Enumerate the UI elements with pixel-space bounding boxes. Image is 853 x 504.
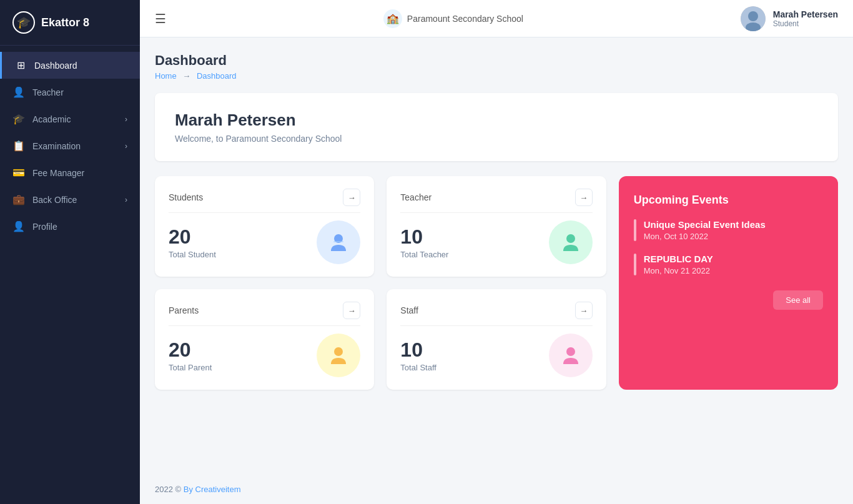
footer-link[interactable]: By Creativeitem bbox=[184, 485, 241, 494]
profile-nav-icon: 👤 bbox=[12, 220, 25, 232]
event-date: Mon, Oct 10 2022 bbox=[644, 232, 766, 241]
stat-icon-circle bbox=[317, 220, 360, 264]
stat-card-body: 20 Total Student bbox=[169, 220, 360, 264]
content-area: Dashboard Home → Dashboard Marah Peterse… bbox=[140, 37, 853, 475]
svg-point-5 bbox=[566, 234, 575, 243]
breadcrumb-home[interactable]: Home bbox=[155, 71, 177, 81]
svg-point-7 bbox=[566, 347, 575, 356]
header-right: Marah Petersen Student bbox=[741, 6, 838, 31]
event-details: REPUBLIC DAY Mon, Nov 21 2022 bbox=[644, 254, 713, 275]
stat-numbers: 10 Total Staff bbox=[400, 338, 436, 372]
stat-card-body: 10 Total Staff bbox=[400, 334, 592, 377]
events-title: Upcoming Events bbox=[634, 194, 823, 207]
event-name: Unique Special Event Ideas bbox=[644, 219, 766, 230]
stat-icon-circle bbox=[549, 220, 593, 264]
stat-icon-circle bbox=[317, 334, 360, 377]
main-area: ☰ 🏫 Paramount Secondary School Marah Pet… bbox=[140, 0, 853, 504]
stat-label: Total Student bbox=[169, 250, 216, 259]
stat-card-body: 20 Total Parent bbox=[169, 334, 360, 377]
stat-title: Students bbox=[169, 192, 203, 202]
page-title: Dashboard bbox=[155, 52, 838, 69]
user-role: Student bbox=[773, 19, 838, 28]
event-name: REPUBLIC DAY bbox=[644, 254, 713, 264]
page-title-section: Dashboard Home → Dashboard bbox=[155, 52, 838, 81]
stat-card-header: Staff → bbox=[400, 302, 592, 326]
back-office-nav-icon: 💼 bbox=[12, 194, 25, 205]
nav-arrow-icon: › bbox=[125, 142, 127, 151]
sidebar-item-dashboard[interactable]: ⊞ Dashboard bbox=[0, 52, 140, 79]
sidebar-item-back-office[interactable]: 💼 Back Office › bbox=[0, 186, 140, 213]
app-name: Ekattor 8 bbox=[41, 16, 89, 29]
stat-arrow-button[interactable]: → bbox=[343, 189, 360, 206]
stat-card-students: Students → 20 Total Student bbox=[155, 176, 374, 277]
see-all-button[interactable]: See all bbox=[773, 290, 823, 310]
stat-card-header: Teacher → bbox=[400, 189, 592, 213]
stat-arrow-button[interactable]: → bbox=[343, 302, 360, 319]
dashboard-nav-icon: ⊞ bbox=[14, 59, 27, 71]
stat-count: 20 bbox=[169, 338, 212, 362]
stat-title: Teacher bbox=[400, 192, 431, 202]
stat-icon-circle bbox=[549, 334, 593, 377]
breadcrumb-separator: → bbox=[182, 71, 190, 81]
sidebar-item-label: Teacher bbox=[32, 87, 64, 97]
sidebar-item-label: Examination bbox=[32, 141, 81, 151]
sidebar-item-profile[interactable]: 👤 Profile bbox=[0, 213, 140, 240]
welcome-card: Marah Petersen Welcome, to Paramount Sec… bbox=[155, 93, 838, 161]
logo-icon: 🎓 bbox=[12, 11, 35, 34]
stat-numbers: 20 Total Parent bbox=[169, 338, 212, 372]
svg-point-6 bbox=[334, 347, 343, 356]
event-item: Unique Special Event Ideas Mon, Oct 10 2… bbox=[634, 219, 823, 241]
stat-card-body: 10 Total Teacher bbox=[400, 220, 592, 264]
footer: 2022 © By Creativeitem bbox=[140, 475, 853, 504]
school-icon: 🏫 bbox=[383, 9, 402, 28]
nav-arrow-icon: › bbox=[125, 195, 127, 204]
event-details: Unique Special Event Ideas Mon, Oct 10 2… bbox=[644, 219, 766, 241]
stat-card-teacher: Teacher → 10 Total Teacher bbox=[387, 176, 606, 277]
stat-count: 10 bbox=[400, 225, 448, 249]
fee-manager-nav-icon: 💳 bbox=[12, 167, 25, 179]
upcoming-events-card: Upcoming Events Unique Special Event Ide… bbox=[619, 176, 838, 390]
sidebar-item-label: Profile bbox=[32, 222, 57, 232]
hamburger-button[interactable]: ☰ bbox=[155, 11, 166, 26]
sidebar-item-label: Academic bbox=[32, 114, 71, 124]
header: ☰ 🏫 Paramount Secondary School Marah Pet… bbox=[140, 0, 853, 37]
nav-arrow-icon: › bbox=[125, 115, 127, 124]
svg-rect-4 bbox=[333, 241, 343, 242]
footer-text: 2022 © bbox=[155, 485, 184, 494]
school-info: 🏫 Paramount Secondary School bbox=[383, 9, 523, 28]
teacher-nav-icon: 👤 bbox=[12, 86, 25, 98]
event-item: REPUBLIC DAY Mon, Nov 21 2022 bbox=[634, 254, 823, 275]
user-name: Marah Petersen bbox=[773, 9, 838, 19]
event-bar bbox=[634, 254, 636, 275]
stat-label: Total Staff bbox=[400, 363, 436, 372]
sidebar-item-label: Back Office bbox=[32, 195, 77, 205]
user-info: Marah Petersen Student bbox=[773, 9, 838, 28]
sidebar-nav: ⊞ Dashboard 👤 Teacher 🎓 Academic › 📋 Exa… bbox=[0, 46, 140, 246]
svg-point-1 bbox=[748, 11, 758, 21]
stat-label: Total Teacher bbox=[400, 250, 448, 259]
stat-title: Parents bbox=[169, 305, 199, 315]
stat-card-staff: Staff → 10 Total Staff bbox=[387, 289, 606, 390]
stat-card-parents: Parents → 20 Total Parent bbox=[155, 289, 374, 390]
sidebar-item-academic[interactable]: 🎓 Academic › bbox=[0, 106, 140, 132]
events-list: Unique Special Event Ideas Mon, Oct 10 2… bbox=[634, 219, 823, 275]
stats-grid: Students → 20 Total Student Teacher → bbox=[155, 176, 838, 390]
sidebar-item-fee-manager[interactable]: 💳 Fee Manager bbox=[0, 159, 140, 186]
sidebar-item-examination[interactable]: 📋 Examination › bbox=[0, 132, 140, 159]
sidebar-logo[interactable]: 🎓 Ekattor 8 bbox=[0, 0, 140, 46]
stat-arrow-button[interactable]: → bbox=[575, 302, 593, 319]
stat-numbers: 10 Total Teacher bbox=[400, 225, 448, 259]
stat-card-header: Parents → bbox=[169, 302, 360, 326]
stat-arrow-button[interactable]: → bbox=[575, 189, 593, 206]
school-name: Paramount Secondary School bbox=[407, 14, 523, 24]
avatar bbox=[741, 6, 766, 31]
stat-label: Total Parent bbox=[169, 363, 212, 372]
sidebar-item-teacher[interactable]: 👤 Teacher bbox=[0, 79, 140, 106]
see-all-button-container: See all bbox=[634, 290, 823, 310]
examination-nav-icon: 📋 bbox=[12, 140, 25, 152]
event-date: Mon, Nov 21 2022 bbox=[644, 266, 713, 275]
event-bar bbox=[634, 219, 636, 241]
welcome-message: Welcome, to Paramount Secondary School bbox=[175, 134, 818, 144]
header-left: ☰ bbox=[155, 11, 166, 26]
stat-count: 20 bbox=[169, 225, 216, 249]
